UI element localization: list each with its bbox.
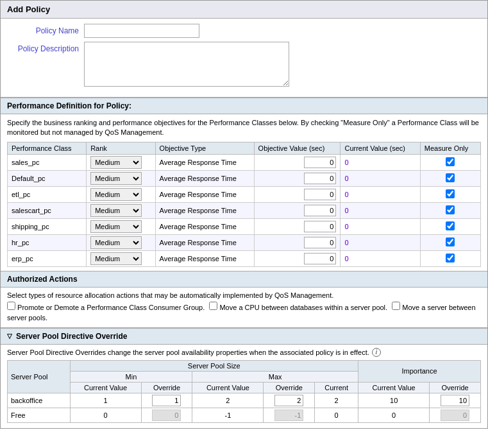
perf-obj-type: Average Response Time [155, 154, 254, 170]
perf-table-row: erp_pcLowMediumHighAverage Response Time… [8, 250, 481, 266]
perf-measure-only-cell [420, 170, 480, 186]
min-override-header: Override [141, 382, 192, 393]
current-value-link[interactable]: 0 [344, 175, 348, 182]
max-override-header: Override [264, 382, 315, 393]
perf-rank-cell: LowMediumHigh [87, 170, 155, 186]
perf-obj-value-cell [254, 154, 341, 170]
auth-description: Select types of resource allocation acti… [7, 291, 481, 299]
auth-checkboxes: Promote or Demote a Performance Class Co… [7, 302, 481, 323]
auth-checkbox1[interactable] [7, 302, 15, 310]
current-value-link[interactable]: 0 [344, 239, 348, 246]
perf-rank-cell: LowMediumHigh [87, 250, 155, 266]
server-pool-table: Server Pool Server Pool Size Importance … [7, 360, 481, 423]
col-min: Min [70, 371, 192, 382]
imp-current-val-header: Current Value [358, 382, 430, 393]
server-pool-desc-text: Server Pool Directive Overrides change t… [7, 349, 369, 356]
authorized-actions-header: Authorized Actions [1, 271, 487, 288]
measure-only-checkbox[interactable] [446, 254, 455, 263]
perf-obj-type: Average Response Time [155, 250, 254, 266]
perf-current-value-cell: 0 [341, 234, 420, 250]
sp-table-row: backoffice12210 [8, 393, 481, 408]
rank-select[interactable]: LowMediumHigh [90, 156, 142, 169]
rank-select[interactable]: LowMediumHigh [90, 236, 142, 249]
policy-desc-label: Policy Description [13, 42, 84, 53]
server-pool-table-wrapper: Server Pool Server Pool Size Importance … [1, 360, 487, 428]
obj-value-input[interactable] [304, 173, 336, 184]
perf-measure-only-cell [420, 218, 480, 234]
server-pool-title: Server Pool Directive Override [16, 332, 127, 341]
measure-only-checkbox[interactable] [446, 157, 455, 166]
rank-select[interactable]: LowMediumHigh [90, 172, 142, 185]
perf-measure-only-cell [420, 250, 480, 266]
perf-obj-type: Average Response Time [155, 202, 254, 218]
measure-only-checkbox[interactable] [446, 173, 455, 182]
col-objective-value: Objective Value (sec) [254, 142, 341, 154]
obj-value-input[interactable] [304, 237, 336, 248]
rank-select[interactable]: LowMediumHigh [90, 252, 142, 265]
performance-title: Performance Definition for Policy: [7, 101, 131, 110]
auth-checkbox1-label: Promote or Demote a Performance Class Co… [7, 304, 206, 311]
sp-min-current: 1 [70, 393, 141, 408]
current-value-link[interactable]: 0 [344, 207, 348, 214]
obj-value-input[interactable] [304, 157, 336, 168]
perf-pc-name: erp_pc [8, 250, 87, 266]
current-value-link[interactable]: 0 [344, 255, 348, 263]
policy-name-input[interactable] [84, 24, 199, 38]
performance-table: Performance Class Rank Objective Type Ob… [7, 142, 481, 267]
obj-value-input[interactable] [304, 221, 336, 232]
form-section: Policy Name Policy Description [1, 19, 487, 98]
measure-only-checkbox[interactable] [446, 237, 455, 246]
obj-value-input[interactable] [304, 189, 336, 200]
measure-only-checkbox[interactable] [446, 221, 455, 230]
perf-rank-cell: LowMediumHigh [87, 154, 155, 170]
perf-obj-value-cell [254, 218, 341, 234]
rank-select[interactable]: LowMediumHigh [90, 188, 142, 201]
sp-imp-override-input [441, 409, 469, 421]
col-importance: Importance [358, 360, 481, 382]
performance-description: Specify the business ranking and perform… [7, 118, 481, 138]
perf-rank-cell: LowMediumHigh [87, 186, 155, 202]
sp-importance-current: 2 [315, 393, 358, 408]
measure-only-checkbox[interactable] [446, 189, 455, 198]
sp-imp-override-input[interactable] [441, 395, 469, 406]
perf-pc-name: hr_pc [8, 234, 87, 250]
sp-min-current: 0 [70, 408, 141, 422]
perf-table-row: etl_pcLowMediumHighAverage Response Time… [8, 186, 481, 202]
sp-pool-name: backoffice [8, 393, 71, 408]
rank-select[interactable]: LowMediumHigh [90, 204, 142, 217]
perf-measure-only-cell [420, 186, 480, 202]
perf-obj-type: Average Response Time [155, 170, 254, 186]
col-objective-type: Objective Type [155, 142, 254, 154]
perf-table-row: shipping_pcLowMediumHighAverage Response… [8, 218, 481, 234]
obj-value-input[interactable] [304, 205, 336, 216]
info-icon[interactable]: i [372, 348, 381, 357]
sp-max-current: -1 [192, 408, 264, 422]
obj-value-input[interactable] [304, 253, 336, 264]
rank-select[interactable]: LowMediumHigh [90, 220, 142, 233]
perf-rank-cell: LowMediumHigh [87, 234, 155, 250]
policy-desc-textarea[interactable] [84, 42, 289, 87]
perf-obj-value-cell [254, 170, 341, 186]
perf-obj-type: Average Response Time [155, 234, 254, 250]
perf-obj-type: Average Response Time [155, 186, 254, 202]
sp-imp-current-val: 0 [358, 408, 430, 422]
sp-min-override-input[interactable] [152, 395, 181, 406]
auth-checkbox2[interactable] [209, 302, 217, 310]
current-value-link[interactable]: 0 [344, 223, 348, 230]
current-value-link[interactable]: 0 [344, 159, 348, 166]
perf-current-value-cell: 0 [341, 186, 420, 202]
sp-min-override-input [152, 409, 181, 421]
auth-checkbox2-label: Move a CPU between databases within a se… [209, 304, 389, 311]
auth-checkbox2-text: Move a CPU between databases within a se… [219, 304, 387, 311]
header-title: Add Policy [7, 4, 50, 14]
col-server-pool: Server Pool [8, 360, 71, 393]
performance-section: Specify the business ranking and perform… [1, 114, 487, 271]
perf-measure-only-cell [420, 234, 480, 250]
sp-max-override-input[interactable] [274, 395, 303, 406]
perf-current-value-cell: 0 [341, 202, 420, 218]
auth-checkbox3[interactable] [392, 302, 400, 310]
page-title: Add Policy [1, 1, 487, 19]
measure-only-checkbox[interactable] [446, 205, 455, 214]
perf-rank-cell: LowMediumHigh [87, 218, 155, 234]
current-value-link[interactable]: 0 [344, 191, 348, 198]
